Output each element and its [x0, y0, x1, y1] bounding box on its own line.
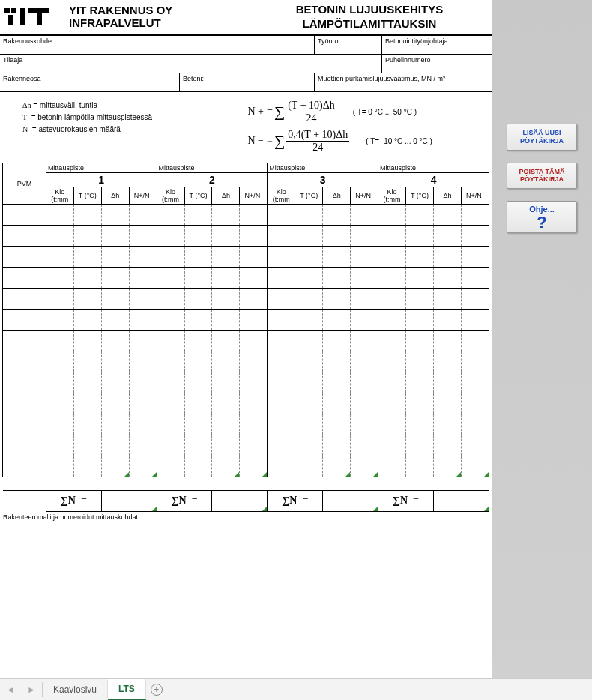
- table-cell[interactable]: [295, 351, 323, 372]
- field-muottien[interactable]: Muottien purkamislujuusvaatimus, MN / m²: [315, 73, 492, 92]
- table-cell[interactable]: [73, 435, 101, 456]
- table-cell[interactable]: [212, 288, 240, 309]
- table-cell[interactable]: [268, 225, 295, 246]
- table-cell[interactable]: [461, 456, 489, 477]
- table-cell[interactable]: [46, 246, 73, 267]
- table-cell[interactable]: [240, 204, 268, 225]
- table-cell[interactable]: [129, 372, 157, 393]
- table-cell[interactable]: [101, 372, 129, 393]
- table-cell[interactable]: [351, 288, 378, 309]
- table-cell[interactable]: [129, 225, 157, 246]
- table-cell[interactable]: [295, 414, 323, 435]
- table-cell[interactable]: [184, 435, 212, 456]
- table-cell[interactable]: [268, 393, 295, 414]
- table-cell[interactable]: [129, 204, 157, 225]
- field-rakennuskohde[interactable]: Rakennuskohde: [0, 36, 315, 55]
- table-cell[interactable]: [461, 435, 489, 456]
- table-cell[interactable]: [461, 414, 489, 435]
- table-cell[interactable]: [433, 435, 461, 456]
- table-cell[interactable]: [378, 456, 406, 477]
- table-cell[interactable]: [157, 267, 184, 288]
- table-cell[interactable]: [73, 309, 101, 330]
- table-cell[interactable]: [433, 246, 461, 267]
- table-cell[interactable]: [351, 267, 378, 288]
- table-cell[interactable]: [184, 393, 212, 414]
- table-cell[interactable]: [433, 372, 461, 393]
- table-cell[interactable]: [433, 351, 461, 372]
- table-cell[interactable]: [461, 372, 489, 393]
- table-cell[interactable]: [73, 204, 101, 225]
- add-record-button[interactable]: LISÄÄ UUSI PÖYTÄKIRJA: [507, 124, 577, 151]
- table-cell[interactable]: [184, 225, 212, 246]
- table-cell[interactable]: [323, 204, 351, 225]
- sum-3-value[interactable]: [323, 490, 378, 511]
- table-cell[interactable]: [184, 204, 212, 225]
- table-cell[interactable]: [268, 330, 295, 351]
- table-cell[interactable]: [268, 351, 295, 372]
- table-cell[interactable]: [240, 246, 268, 267]
- table-cell[interactable]: [46, 414, 73, 435]
- table-cell[interactable]: [323, 309, 351, 330]
- table-cell[interactable]: [461, 288, 489, 309]
- table-cell[interactable]: [461, 225, 489, 246]
- table-cell[interactable]: [433, 414, 461, 435]
- table-cell[interactable]: [240, 267, 268, 288]
- table-cell[interactable]: [73, 393, 101, 414]
- table-cell[interactable]: [3, 372, 46, 393]
- table-cell[interactable]: [406, 393, 434, 414]
- table-cell[interactable]: [3, 309, 46, 330]
- table-cell[interactable]: [73, 330, 101, 351]
- table-cell[interactable]: [129, 246, 157, 267]
- table-cell[interactable]: [46, 225, 73, 246]
- table-cell[interactable]: [295, 456, 323, 477]
- table-cell[interactable]: [351, 225, 378, 246]
- table-cell[interactable]: [406, 351, 434, 372]
- table-cell[interactable]: [351, 414, 378, 435]
- tab-next-button[interactable]: ►: [21, 684, 42, 695]
- table-cell[interactable]: [212, 414, 240, 435]
- table-cell[interactable]: [240, 288, 268, 309]
- table-cell[interactable]: [184, 267, 212, 288]
- table-cell[interactable]: [433, 393, 461, 414]
- table-cell[interactable]: [157, 414, 184, 435]
- delete-record-button[interactable]: POISTA TÄMÄ PÖYTÄKIRJA: [507, 163, 577, 190]
- table-cell[interactable]: [295, 204, 323, 225]
- table-cell[interactable]: [295, 267, 323, 288]
- table-cell[interactable]: [73, 414, 101, 435]
- table-cell[interactable]: [378, 414, 406, 435]
- table-cell[interactable]: [295, 435, 323, 456]
- table-cell[interactable]: [406, 225, 434, 246]
- table-cell[interactable]: [3, 435, 46, 456]
- table-cell[interactable]: [129, 456, 157, 477]
- table-cell[interactable]: [101, 414, 129, 435]
- table-cell[interactable]: [406, 456, 434, 477]
- table-cell[interactable]: [378, 309, 406, 330]
- table-cell[interactable]: [101, 225, 129, 246]
- table-cell[interactable]: [101, 435, 129, 456]
- table-cell[interactable]: [295, 246, 323, 267]
- table-cell[interactable]: [378, 351, 406, 372]
- table-cell[interactable]: [433, 225, 461, 246]
- table-cell[interactable]: [323, 246, 351, 267]
- table-cell[interactable]: [268, 267, 295, 288]
- table-cell[interactable]: [157, 309, 184, 330]
- table-cell[interactable]: [212, 351, 240, 372]
- table-cell[interactable]: [46, 267, 73, 288]
- table-cell[interactable]: [406, 288, 434, 309]
- table-cell[interactable]: [46, 393, 73, 414]
- table-cell[interactable]: [157, 372, 184, 393]
- table-cell[interactable]: [46, 435, 73, 456]
- table-cell[interactable]: [268, 309, 295, 330]
- table-cell[interactable]: [461, 267, 489, 288]
- table-cell[interactable]: [184, 246, 212, 267]
- table-cell[interactable]: [46, 351, 73, 372]
- table-cell[interactable]: [268, 204, 295, 225]
- table-cell[interactable]: [268, 288, 295, 309]
- table-cell[interactable]: [406, 267, 434, 288]
- table-cell[interactable]: [73, 225, 101, 246]
- table-cell[interactable]: [73, 246, 101, 267]
- table-cell[interactable]: [184, 351, 212, 372]
- table-cell[interactable]: [212, 372, 240, 393]
- table-cell[interactable]: [129, 393, 157, 414]
- table-cell[interactable]: [351, 309, 378, 330]
